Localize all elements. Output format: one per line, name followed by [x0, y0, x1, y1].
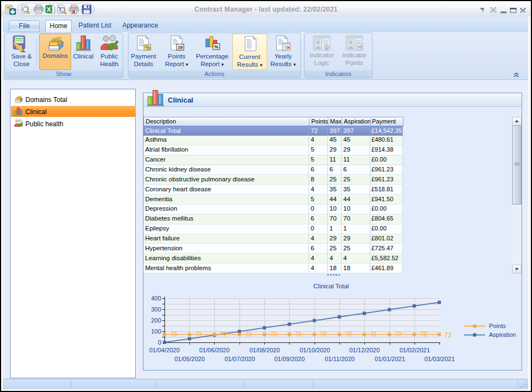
svg-text:0: 0: [158, 339, 161, 346]
svg-text:01/06/2020: 01/06/2020: [199, 347, 230, 353]
svg-text:01/05/2020: 01/05/2020: [174, 356, 205, 362]
svg-text:72: 72: [220, 331, 227, 337]
svg-text:01/02/2021: 01/02/2021: [400, 347, 430, 353]
svg-text:100: 100: [151, 328, 161, 335]
svg-text:01/04/2020: 01/04/2020: [149, 347, 179, 353]
svg-text:01/03/2021: 01/03/2021: [424, 356, 455, 362]
svg-text:72: 72: [246, 331, 252, 337]
svg-text:01/01/2021: 01/01/2021: [375, 356, 405, 362]
svg-text:72: 72: [320, 331, 327, 337]
svg-text:01/11/2020: 01/11/2020: [324, 356, 354, 362]
svg-text:400: 400: [151, 295, 161, 302]
svg-text:01/07/2020: 01/07/2020: [225, 356, 255, 362]
svg-text:72: 72: [295, 331, 302, 337]
svg-text:%: %: [214, 44, 219, 50]
svg-text:73: 73: [195, 331, 202, 337]
svg-text:Aspiration: Aspiration: [489, 331, 516, 338]
svg-text:10: 10: [178, 45, 183, 50]
svg-text:300: 300: [151, 306, 161, 313]
svg-text:01/08/2020: 01/08/2020: [249, 347, 280, 353]
svg-text:72: 72: [395, 331, 402, 337]
svg-text:01/10/2020: 01/10/2020: [300, 347, 330, 353]
svg-text:200: 200: [151, 317, 161, 324]
svg-text:72: 72: [370, 331, 377, 337]
svg-text:Points: Points: [489, 323, 506, 329]
svg-text:73: 73: [171, 331, 177, 337]
svg-text:10: 10: [357, 44, 361, 50]
svg-text:72: 72: [444, 331, 452, 339]
svg-text:72: 72: [270, 331, 277, 337]
svg-text:01/12/2020: 01/12/2020: [349, 347, 380, 353]
svg-text:Clinical Total: Clinical Total: [313, 283, 349, 289]
svg-text:72: 72: [345, 331, 352, 337]
svg-text:72: 72: [421, 331, 427, 337]
svg-text:01/09/2020: 01/09/2020: [274, 356, 305, 362]
